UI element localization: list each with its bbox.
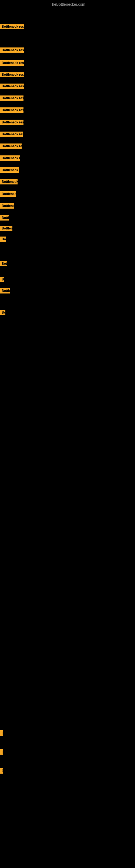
bottleneck-result-item: Bo	[0, 237, 6, 242]
bottleneck-result-item: Bottleneck result	[0, 107, 24, 113]
bottleneck-result-item: Bottleneck result	[0, 191, 16, 197]
bottleneck-result-item: Bottleneck result	[0, 179, 17, 184]
bottleneck-result-item: Bo	[0, 310, 5, 315]
bottleneck-result-item: Bottlene	[0, 226, 12, 231]
bottleneck-result-item: B	[0, 277, 4, 282]
site-title: TheBottlenecker.com	[0, 0, 135, 9]
bottleneck-result-item: E	[0, 768, 3, 774]
bottleneck-result-item: Bottleneck result	[0, 84, 24, 89]
bottleneck-result-item: Bottleneck result	[0, 72, 24, 77]
bottleneck-result-item: Bottleneck result	[0, 95, 24, 101]
bottleneck-result-item: Bottleneck result	[0, 155, 20, 161]
bottleneck-result-item: Bottleneck result	[0, 60, 24, 66]
bottleneck-result-item: Bottleneck result	[0, 24, 24, 29]
bottleneck-result-item: Bottleneck result	[0, 144, 21, 149]
bottleneck-result-item: Bottleneck result	[0, 131, 23, 137]
bottleneck-result-item: Bottleneck	[0, 203, 14, 209]
bottleneck-result-item: Bottl	[0, 215, 9, 220]
bottleneck-result-item: Bottle	[0, 288, 10, 293]
bottleneck-result-item: Bottleneck result	[0, 120, 24, 125]
bottleneck-result-item: Bottleneck result	[0, 167, 19, 173]
bottleneck-result-item: Bot	[0, 261, 7, 267]
bottleneck-result-item: |	[0, 730, 3, 736]
bottleneck-result-item: Bottleneck result	[0, 48, 24, 53]
bottleneck-result-item: |	[0, 749, 3, 755]
